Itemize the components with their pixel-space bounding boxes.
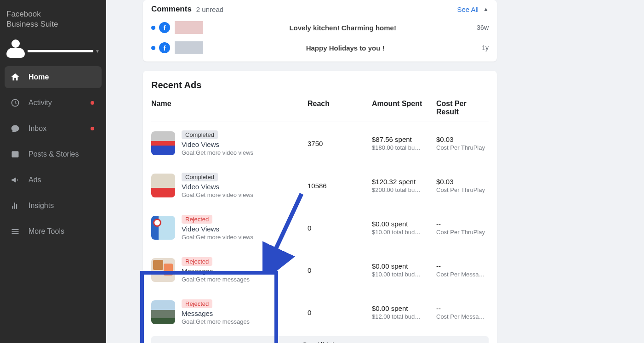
nav-inbox[interactable]: Inbox <box>5 118 102 140</box>
ad-type: Video Views <box>182 183 308 191</box>
ad-goal: Goal:Get more messages <box>182 276 308 283</box>
hamburger-icon <box>10 226 20 236</box>
ad-cost-sub: Cost Per ThruPlay <box>436 229 487 236</box>
ad-cost-sub: Cost Per Messag… <box>436 313 487 320</box>
unread-dot <box>151 26 155 30</box>
ad-spent: $0.00 spent <box>372 220 436 228</box>
comment-text: Happy Holidays to you ! <box>209 44 482 52</box>
ad-budget: $10.00 total bud… <box>372 229 422 236</box>
ad-cost-sub: Cost Per ThruPlay <box>436 186 487 193</box>
ad-goal: Goal:Get more video views <box>182 149 308 156</box>
chat-icon <box>10 124 20 134</box>
ad-name-cell: RejectedVideo ViewsGoal:Get more video v… <box>182 215 308 241</box>
nav-insights-label: Insights <box>28 202 54 210</box>
notification-dot <box>91 101 94 105</box>
ad-row[interactable]: RejectedMessagesGoal:Get more messages0$… <box>151 249 489 291</box>
ad-spent-cell: $0.00 spent$10.00 total bud… <box>372 220 436 236</box>
comment-row[interactable]: f Lovely kitchen! Charming home! 36w <box>143 17 497 38</box>
recent-ads-card: Recent Ads Name Reach Amount Spent Cost … <box>143 71 497 343</box>
ad-cost: $0.03 <box>436 135 489 143</box>
chevron-up-icon[interactable]: ▲ <box>483 6 489 12</box>
posts-icon <box>10 149 20 159</box>
ad-status-badge: Completed <box>182 173 218 181</box>
ad-reach: 10586 <box>308 182 372 190</box>
main-content: Comments 2 unread See All ▲ f Lovely kit… <box>106 0 644 343</box>
ad-spent-cell: $0.00 spent$10.00 total bud… <box>372 262 436 278</box>
ad-cost: -- <box>436 262 489 270</box>
ad-thumbnail <box>151 131 175 155</box>
comment-text: Lovely kitchen! Charming home! <box>209 24 477 32</box>
clock-icon <box>10 98 20 108</box>
nav-ads-label: Ads <box>28 176 41 184</box>
ad-status-badge: Rejected <box>182 215 212 224</box>
account-name-redacted <box>28 50 93 52</box>
avatar-icon <box>6 39 25 58</box>
comments-title: Comments <box>151 5 192 14</box>
ad-cost-cell: --Cost Per Messag… <box>436 262 489 278</box>
ad-thumbnail <box>151 300 175 324</box>
nav-home[interactable]: Home <box>5 66 102 88</box>
comments-see-all[interactable]: See All <box>457 6 479 13</box>
comment-time: 36w <box>477 24 489 31</box>
nav-more-label: More Tools <box>28 227 64 236</box>
ad-spent: $120.32 spent <box>372 178 436 186</box>
ad-reach: 0 <box>308 224 372 232</box>
ad-budget: $200.00 total bu… <box>372 186 422 193</box>
ad-budget: $180.00 total bu… <box>372 144 422 151</box>
col-spent: Amount Spent <box>372 100 436 116</box>
megaphone-icon <box>10 175 20 185</box>
nav-inbox-label: Inbox <box>28 124 46 133</box>
ad-cost-cell: $0.03Cost Per ThruPlay <box>436 178 489 193</box>
comment-row[interactable]: f Happy Holidays to you ! 1y <box>143 38 497 62</box>
ad-name-cell: RejectedMessagesGoal:Get more messages <box>182 299 308 325</box>
nav-posts[interactable]: Posts & Stories <box>5 143 102 165</box>
brand-line1: Facebook <box>6 9 100 19</box>
home-icon <box>10 72 20 82</box>
ad-reach: 3750 <box>308 140 372 147</box>
ad-budget: $12.00 total bud… <box>372 313 422 320</box>
comment-thumb <box>175 41 203 54</box>
ad-status-badge: Rejected <box>182 299 212 308</box>
account-switcher[interactable]: ▼ <box>0 37 106 66</box>
ad-thumbnail <box>151 258 175 282</box>
ad-name-cell: CompletedVideo ViewsGoal:Get more video … <box>182 173 308 198</box>
nav-ads[interactable]: Ads <box>5 169 102 191</box>
brand: Facebook Business Suite <box>0 0 106 37</box>
comments-card: Comments 2 unread See All ▲ f Lovely kit… <box>143 0 497 62</box>
ad-row[interactable]: RejectedVideo ViewsGoal:Get more video v… <box>151 207 489 249</box>
ad-budget: $10.00 total bud… <box>372 271 422 278</box>
ad-row[interactable]: CompletedVideo ViewsGoal:Get more video … <box>151 122 489 164</box>
recent-ads-title: Recent Ads <box>151 80 489 90</box>
ad-spent: $0.00 spent <box>372 262 436 270</box>
ad-cost: -- <box>436 304 489 312</box>
chart-icon <box>10 201 20 211</box>
see-all-ads-button[interactable]: See All Ads <box>151 336 489 343</box>
ad-type: Messages <box>182 267 308 275</box>
ad-status-badge: Rejected <box>182 257 212 266</box>
ad-thumbnail <box>151 174 175 197</box>
ad-row[interactable]: CompletedVideo ViewsGoal:Get more video … <box>151 164 489 207</box>
ad-row[interactable]: RejectedMessagesGoal:Get more messages0$… <box>151 291 489 333</box>
nav-activity[interactable]: Activity <box>5 92 102 114</box>
ad-reach: 0 <box>308 309 372 316</box>
nav-insights[interactable]: Insights <box>5 195 102 217</box>
ad-cost: $0.03 <box>436 178 489 186</box>
ad-goal: Goal:Get more video views <box>182 234 308 241</box>
nav-posts-label: Posts & Stories <box>28 150 79 158</box>
unread-dot <box>151 46 155 50</box>
ad-thumbnail <box>151 216 175 240</box>
comments-unread: 2 unread <box>196 6 223 13</box>
ads-table-header: Name Reach Amount Spent Cost Per Result <box>151 100 489 122</box>
ad-cost-cell: --Cost Per Messag… <box>436 304 489 320</box>
col-cost: Cost Per Result <box>436 100 489 116</box>
nav-more-tools[interactable]: More Tools <box>5 220 102 242</box>
ad-goal: Goal:Get more video views <box>182 191 308 198</box>
ad-spent-cell: $0.00 spent$12.00 total bud… <box>372 304 436 320</box>
nav: Home Activity Inbox Posts & Stories Ads … <box>0 66 106 246</box>
ad-type: Video Views <box>182 225 308 233</box>
ad-type: Messages <box>182 309 308 317</box>
ad-type: Video Views <box>182 141 308 148</box>
nav-activity-label: Activity <box>28 99 52 107</box>
sidebar: Facebook Business Suite ▼ Home Activity … <box>0 0 106 343</box>
nav-home-label: Home <box>28 73 49 81</box>
